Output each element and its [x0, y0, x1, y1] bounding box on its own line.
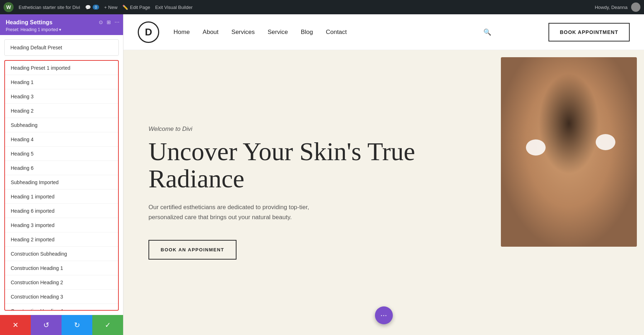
- list-item[interactable]: Construction Heading 1⋯: [5, 261, 118, 275]
- hero-description: Our certified estheticians are dedicated…: [148, 202, 320, 222]
- left-panel: Heading Settings Preset: Heading 1 impor…: [0, 14, 123, 335]
- exit-builder-label: Exit Visual Builder: [155, 5, 193, 10]
- list-item-label: Heading Preset 1 imported: [11, 65, 70, 71]
- list-item-label: Heading 2: [11, 108, 34, 114]
- list-item[interactable]: Heading 1 imported⋯: [5, 189, 118, 204]
- history-button[interactable]: ↺: [31, 315, 62, 335]
- list-item[interactable]: Heading 2 imported⋯: [5, 232, 118, 247]
- right-content: D HomeAboutServicesServiceBlogContact 🔍 …: [123, 14, 644, 335]
- list-item[interactable]: Heading 6 imported⋯: [5, 204, 118, 218]
- list-item-label: Construction Heading 4: [11, 308, 63, 311]
- site-logo[interactable]: D: [138, 21, 159, 43]
- panel-header-icons: ⊙ ⊞ ⋯: [99, 19, 119, 25]
- wp-logo[interactable]: W: [4, 2, 14, 12]
- list-item[interactable]: Subheading Imported⋯: [5, 175, 118, 189]
- pencil-icon: ✏️: [122, 5, 128, 10]
- list-item-label: Heading 5: [11, 151, 34, 157]
- default-preset-label: Heading Default Preset: [10, 45, 62, 50]
- list-item-label: Construction Heading 1: [11, 265, 63, 271]
- list-item-label: Heading 3: [11, 94, 34, 99]
- list-item-label: Construction Subheading: [11, 251, 67, 257]
- hero-section: Welcome to Divi Uncover Your Skin's True…: [123, 50, 644, 335]
- list-item[interactable]: Heading 3⋯: [5, 89, 118, 104]
- hero-left: Welcome to Divi Uncover Your Skin's True…: [123, 50, 490, 335]
- cream-dot-right: [596, 134, 615, 150]
- site-menu-link[interactable]: Service: [268, 29, 288, 35]
- site-menu-item[interactable]: Home: [174, 29, 190, 36]
- default-preset-item[interactable]: Heading Default Preset: [4, 39, 119, 56]
- site-menu-item[interactable]: Services: [231, 29, 255, 36]
- list-item[interactable]: Heading 1⋯: [5, 75, 118, 89]
- welcome-text: Welcome to Divi: [148, 125, 465, 133]
- site-menu: HomeAboutServicesServiceBlogContact: [174, 29, 480, 36]
- list-item-label: Heading 2 imported: [11, 237, 54, 242]
- list-item-label: Heading 6 imported: [11, 208, 54, 214]
- site-menu-link[interactable]: Home: [174, 29, 190, 35]
- list-item-label: Subheading Imported: [11, 179, 59, 185]
- howdy-text: Howdy, Deanna: [595, 5, 628, 10]
- list-item-label: Heading 1: [11, 79, 34, 85]
- list-item-label: Subheading: [11, 122, 38, 128]
- search-icon[interactable]: 🔍: [483, 28, 491, 36]
- preset-list: Heading Preset 1 imported⋯Heading 1⋯Head…: [5, 61, 118, 311]
- admin-avatar[interactable]: [631, 3, 640, 12]
- site-menu-item[interactable]: Service: [268, 29, 288, 36]
- search-icon[interactable]: ⊙: [99, 19, 103, 25]
- site-name-text: Esthetician starter site for Divi: [19, 5, 80, 10]
- preset-dropdown-list-container: Heading Preset 1 imported⋯Heading 1⋯Head…: [4, 60, 119, 311]
- grid-icon[interactable]: ⊞: [107, 19, 111, 25]
- redo-button[interactable]: ↻: [62, 315, 92, 335]
- list-item[interactable]: Heading 4⋯: [5, 132, 118, 147]
- close-icon: ✕: [13, 321, 19, 329]
- hero-cta-button[interactable]: BOOK AN APPOINMENT: [148, 240, 236, 260]
- list-item[interactable]: Heading 2⋯: [5, 104, 118, 118]
- bottom-toolbar: ✕ ↺ ↻ ✓: [0, 315, 123, 335]
- comment-icon: 💬: [85, 5, 91, 10]
- history-icon: ↺: [43, 321, 49, 329]
- cream-dot-left: [526, 139, 546, 156]
- list-item[interactable]: Subheading⋯: [5, 118, 118, 132]
- list-item[interactable]: Construction Heading 2⋯: [5, 275, 118, 290]
- site-menu-link[interactable]: Contact: [326, 29, 347, 35]
- new-link[interactable]: + New: [104, 5, 117, 10]
- list-item[interactable]: Heading 6⋯: [5, 161, 118, 175]
- panel-preset-dropdown[interactable]: Preset: Heading 1 imported ▾: [6, 27, 117, 32]
- site-menu-item[interactable]: Contact: [326, 29, 347, 36]
- list-item-label: Heading 4: [11, 137, 34, 142]
- new-label: + New: [104, 5, 117, 10]
- list-item[interactable]: Heading Preset 1 imported⋯: [5, 61, 118, 75]
- list-item-label: Heading 6: [11, 165, 34, 171]
- admin-bar-right: Howdy, Deanna: [595, 3, 640, 12]
- book-appointment-button[interactable]: BOOK APPOINTMENT: [548, 23, 630, 41]
- list-item[interactable]: Heading 3 imported⋯: [5, 218, 118, 232]
- close-button[interactable]: ✕: [0, 315, 31, 335]
- site-menu-link[interactable]: Blog: [301, 29, 313, 35]
- floating-action-button[interactable]: ···: [375, 306, 393, 324]
- list-item-label: Construction Heading 2: [11, 280, 63, 285]
- site-menu-link[interactable]: About: [203, 29, 218, 35]
- site-nav: D HomeAboutServicesServiceBlogContact 🔍 …: [123, 14, 644, 50]
- hero-image: [501, 57, 637, 247]
- redo-icon: ↻: [74, 321, 80, 329]
- site-menu-item[interactable]: Blog: [301, 29, 313, 36]
- site-menu-link[interactable]: Services: [231, 29, 255, 35]
- main-layout: Heading Settings Preset: Heading 1 impor…: [0, 14, 644, 335]
- edit-page-label: Edit Page: [130, 5, 150, 10]
- exit-builder-link[interactable]: Exit Visual Builder: [155, 5, 193, 10]
- panel-header: Heading Settings Preset: Heading 1 impor…: [0, 14, 123, 35]
- fab-icon: ···: [380, 311, 387, 320]
- edit-page-link[interactable]: ✏️ Edit Page: [122, 5, 150, 10]
- list-item[interactable]: Heading 5⋯: [5, 147, 118, 161]
- list-item[interactable]: Construction Heading 4⋯: [5, 304, 118, 311]
- list-item-label: Heading 1 imported: [11, 194, 54, 199]
- site-name-link[interactable]: Esthetician starter site for Divi: [19, 5, 80, 10]
- comments-link[interactable]: 💬 0: [85, 5, 99, 10]
- list-item-label: Heading 3 imported: [11, 222, 54, 228]
- save-icon: ✓: [105, 321, 111, 329]
- save-button[interactable]: ✓: [92, 315, 123, 335]
- site-menu-item[interactable]: About: [203, 29, 218, 36]
- more-options-icon[interactable]: ⋯: [114, 19, 119, 25]
- list-item-label: Construction Heading 3: [11, 294, 63, 300]
- list-item[interactable]: Construction Subheading⋯: [5, 247, 118, 261]
- list-item[interactable]: Construction Heading 3⋯: [5, 290, 118, 304]
